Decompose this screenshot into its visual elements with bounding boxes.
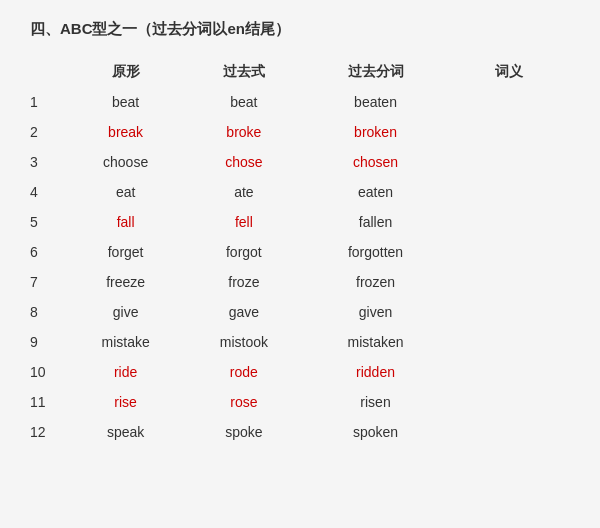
cell-pp: mistaken (303, 327, 448, 357)
cell-meaning (448, 267, 570, 297)
cell-base: freeze (66, 267, 184, 297)
cell-past: gave (185, 297, 303, 327)
cell-num: 8 (30, 297, 66, 327)
cell-base: mistake (66, 327, 184, 357)
table-row: 1beatbeatbeaten (30, 87, 570, 117)
table-row: 12speakspokespoken (30, 417, 570, 447)
cell-pp: frozen (303, 267, 448, 297)
cell-past: fell (185, 207, 303, 237)
cell-base: rise (66, 387, 184, 417)
cell-pp: ridden (303, 357, 448, 387)
cell-pp: broken (303, 117, 448, 147)
cell-base: choose (66, 147, 184, 177)
cell-meaning (448, 417, 570, 447)
cell-pp: spoken (303, 417, 448, 447)
table-row: 7freezefrozefrozen (30, 267, 570, 297)
table-header: 原形 过去式 过去分词 词义 (30, 57, 570, 87)
cell-past: mistook (185, 327, 303, 357)
table-row: 2breakbrokebroken (30, 117, 570, 147)
cell-meaning (448, 177, 570, 207)
cell-pp: chosen (303, 147, 448, 177)
cell-base: ride (66, 357, 184, 387)
cell-num: 7 (30, 267, 66, 297)
cell-meaning (448, 207, 570, 237)
cell-num: 10 (30, 357, 66, 387)
cell-meaning (448, 327, 570, 357)
table-row: 4eatateeaten (30, 177, 570, 207)
cell-past: forgot (185, 237, 303, 267)
table-row: 8givegavegiven (30, 297, 570, 327)
cell-meaning (448, 387, 570, 417)
cell-base: break (66, 117, 184, 147)
cell-past: beat (185, 87, 303, 117)
cell-past: rode (185, 357, 303, 387)
cell-base: speak (66, 417, 184, 447)
cell-meaning (448, 147, 570, 177)
cell-num: 5 (30, 207, 66, 237)
cell-past: chose (185, 147, 303, 177)
cell-base: fall (66, 207, 184, 237)
cell-num: 3 (30, 147, 66, 177)
cell-meaning (448, 237, 570, 267)
cell-num: 9 (30, 327, 66, 357)
cell-num: 1 (30, 87, 66, 117)
table-row: 9mistakemistookmistaken (30, 327, 570, 357)
cell-num: 2 (30, 117, 66, 147)
cell-pp: forgotten (303, 237, 448, 267)
cell-meaning (448, 297, 570, 327)
cell-num: 6 (30, 237, 66, 267)
header-num (30, 57, 66, 87)
cell-past: rose (185, 387, 303, 417)
cell-num: 12 (30, 417, 66, 447)
header-base: 原形 (66, 57, 184, 87)
cell-base: give (66, 297, 184, 327)
cell-pp: eaten (303, 177, 448, 207)
table-row: 6forgetforgotforgotten (30, 237, 570, 267)
cell-past: broke (185, 117, 303, 147)
cell-pp: beaten (303, 87, 448, 117)
cell-past: froze (185, 267, 303, 297)
cell-pp: fallen (303, 207, 448, 237)
cell-num: 4 (30, 177, 66, 207)
table-row: 3choosechosechosen (30, 147, 570, 177)
table-row: 11riseroserisen (30, 387, 570, 417)
cell-pp: given (303, 297, 448, 327)
cell-meaning (448, 117, 570, 147)
cell-past: ate (185, 177, 303, 207)
cell-base: beat (66, 87, 184, 117)
cell-past: spoke (185, 417, 303, 447)
cell-meaning (448, 87, 570, 117)
header-past: 过去式 (185, 57, 303, 87)
cell-meaning (448, 357, 570, 387)
table-row: 5fallfellfallen (30, 207, 570, 237)
cell-num: 11 (30, 387, 66, 417)
verb-table: 原形 过去式 过去分词 词义 1beatbeatbeaten2breakbrok… (30, 57, 570, 447)
cell-base: eat (66, 177, 184, 207)
table-row: 10rideroderidden (30, 357, 570, 387)
cell-base: forget (66, 237, 184, 267)
header-meaning: 词义 (448, 57, 570, 87)
cell-pp: risen (303, 387, 448, 417)
title: 四、ABC型之一（过去分词以en结尾） (30, 20, 570, 39)
header-pp: 过去分词 (303, 57, 448, 87)
